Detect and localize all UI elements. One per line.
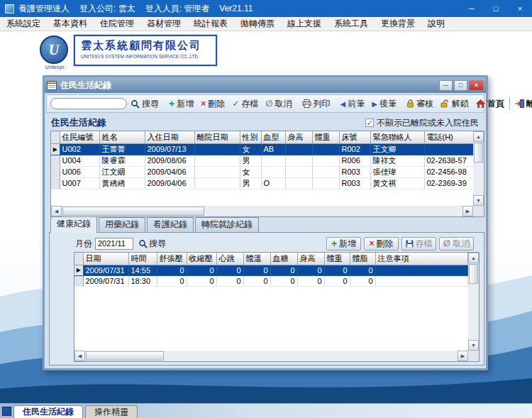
menu-item[interactable]: 基本資料 [47, 17, 94, 31]
panel-add-button[interactable]: + 新增 [326, 237, 361, 251]
save-button[interactable]: ✓ 存檔 [228, 97, 262, 111]
column-header[interactable]: 收縮壓 [187, 253, 216, 265]
menu-item[interactable]: 系統設定 [0, 17, 47, 31]
panel-delete-button[interactable]: × 刪除 [364, 237, 399, 251]
table-cell[interactable]: AB [261, 143, 285, 155]
table-cell[interactable]: 男 [240, 177, 261, 189]
table-cell[interactable]: 2009/08/06 [145, 155, 194, 166]
previous-record-button[interactable]: ◀ 前筆 [337, 97, 369, 111]
table-cell[interactable] [194, 166, 240, 177]
tab-care-records[interactable]: 看護紀錄 [147, 217, 194, 232]
scroll-down-button[interactable]: ▼ [473, 195, 484, 206]
table-cell[interactable] [424, 143, 473, 155]
horizontal-scrollbar[interactable]: ◀ ▶ [74, 351, 468, 361]
table-cell[interactable]: U006 [60, 166, 99, 177]
vertical-scrollbar[interactable]: ▲ ▼ [473, 131, 484, 206]
mdi-minimize-button[interactable]: ─ [439, 80, 453, 91]
table-cell[interactable] [312, 143, 339, 155]
scroll-down-button[interactable]: ▼ [468, 340, 479, 351]
add-button[interactable]: + 新增 [165, 97, 197, 111]
column-header[interactable]: 身高 [297, 253, 324, 265]
window-maximize-button[interactable]: □ [484, 0, 508, 17]
table-cell[interactable]: R006 [339, 155, 370, 166]
menu-item[interactable]: 統計報表 [187, 17, 234, 31]
table-row[interactable]: U007黃綉綉2009/04/06男OR003黃文祺02-2369-39 [51, 177, 473, 189]
search-input[interactable] [50, 98, 127, 109]
delete-button[interactable]: × 刪除 [197, 97, 228, 111]
table-row[interactable]: U006江文絪2009/04/06女R003張佳瑋02-2456-98 [51, 166, 473, 177]
column-header[interactable]: 血型 [261, 131, 285, 143]
scroll-up-button[interactable]: ▲ [473, 131, 484, 142]
table-cell[interactable]: 黃文祺 [370, 177, 424, 189]
table-cell[interactable] [194, 143, 240, 155]
table-cell[interactable] [194, 177, 240, 189]
table-cell[interactable]: 0 [216, 275, 243, 286]
scrollbar-thumb[interactable] [469, 264, 478, 284]
table-cell[interactable]: U002 [60, 143, 99, 155]
column-header[interactable]: 姓名 [99, 131, 145, 143]
table-cell[interactable]: R003 [339, 177, 370, 189]
table-cell[interactable]: 2009/04/06 [145, 177, 194, 189]
scroll-left-button[interactable]: ◀ [74, 351, 85, 361]
scrollbar-thumb[interactable] [86, 351, 164, 361]
table-cell[interactable]: 王文卿 [370, 143, 424, 155]
cancel-button[interactable]: ∅ 取消 [262, 97, 295, 111]
panel-cancel-button[interactable]: ∅ 取消 [439, 237, 474, 251]
table-cell[interactable]: 2009/07/31 [83, 265, 128, 275]
mdi-titlebar[interactable]: 住民生活紀錄 ─ □ × [45, 77, 486, 93]
table-cell[interactable]: 02-2638-57 [424, 155, 473, 166]
table-cell[interactable]: 王菁菁 [99, 143, 145, 155]
table-cell[interactable]: R002 [339, 143, 370, 155]
panel-save-button[interactable]: 存檔 [401, 237, 436, 251]
column-header[interactable]: 日期 [83, 253, 128, 265]
table-cell[interactable]: 0 [157, 275, 187, 286]
menu-item[interactable]: 住院管理 [94, 17, 140, 31]
table-cell[interactable]: 0 [270, 265, 297, 275]
table-cell[interactable]: 女 [240, 143, 261, 155]
table-cell[interactable]: 0 [297, 265, 324, 275]
table-cell[interactable]: 0 [187, 275, 216, 286]
table-cell[interactable]: 0 [187, 265, 216, 275]
statusbar-tab-resident-life-record[interactable]: 住民生活紀錄 [13, 405, 83, 418]
table-cell[interactable] [312, 155, 339, 166]
column-header[interactable]: 體脂 [350, 253, 375, 265]
next-record-button[interactable]: ▶ 後筆 [368, 97, 400, 111]
table-cell[interactable]: 0 [324, 265, 350, 275]
table-cell[interactable]: 2009/07/13 [145, 143, 194, 155]
tab-health-records[interactable]: 健康紀錄 [50, 216, 97, 233]
tab-medication-records[interactable]: 用藥紀錄 [99, 217, 145, 232]
table-cell[interactable] [375, 275, 467, 286]
table-cell[interactable]: U007 [60, 177, 99, 189]
month-input[interactable] [95, 238, 133, 250]
window-minimize-button[interactable]: ─ [460, 0, 484, 17]
scrollbar-thumb[interactable] [62, 207, 204, 216]
menu-item[interactable]: 線上支援 [281, 17, 328, 31]
table-cell[interactable]: 14:55 [128, 265, 157, 275]
column-header[interactable]: 緊急聯絡人 [370, 131, 424, 143]
column-header[interactable]: 身高 [285, 131, 312, 143]
table-cell[interactable] [285, 166, 312, 177]
menu-item[interactable]: 系統工具 [328, 17, 375, 31]
window-close-button[interactable]: × [508, 0, 532, 17]
table-cell[interactable]: 2009/07/31 [83, 275, 128, 286]
table-cell[interactable]: 黃綉綉 [99, 177, 145, 189]
unlock-button[interactable]: 解鎖 [437, 97, 472, 111]
checkbox-box[interactable]: ✓ [365, 119, 374, 127]
table-cell[interactable] [285, 177, 312, 189]
table-cell[interactable]: 江文絪 [99, 166, 145, 177]
table-cell[interactable]: 陳睿霖 [99, 155, 145, 166]
search-button[interactable]: 搜尋 [127, 97, 162, 111]
tab-transfer-records[interactable]: 轉院就診紀錄 [195, 217, 259, 232]
table-cell[interactable]: U004 [60, 155, 99, 166]
scroll-up-button[interactable]: ▲ [468, 253, 479, 263]
scrollbar-thumb[interactable] [474, 143, 483, 163]
column-header[interactable]: 入住日期 [145, 131, 194, 143]
column-header[interactable]: 注意事項 [375, 253, 467, 265]
column-header[interactable]: 體溫 [243, 253, 270, 265]
table-cell[interactable]: 0 [243, 275, 270, 286]
table-cell[interactable]: 0 [243, 265, 270, 275]
table-cell[interactable]: 張佳瑋 [370, 166, 424, 177]
column-header[interactable]: 床號 [339, 131, 370, 143]
home-button[interactable]: 首頁 [472, 97, 508, 111]
table-cell[interactable]: 18:30 [128, 275, 157, 286]
